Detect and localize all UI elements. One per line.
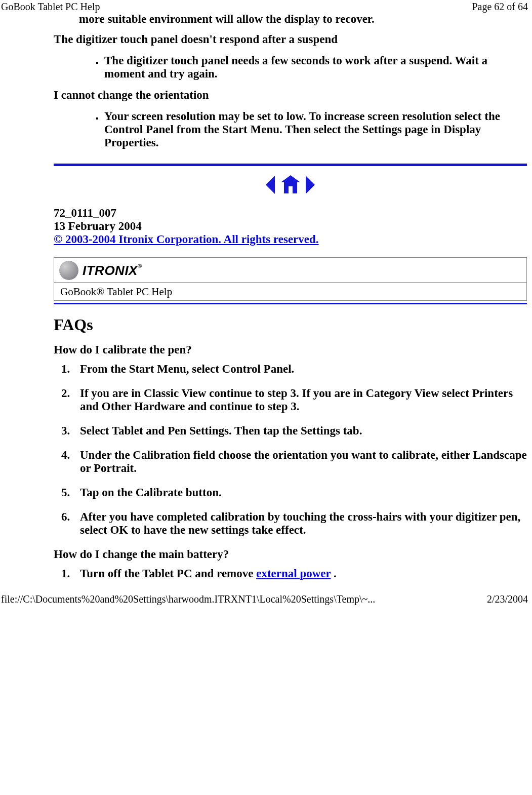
document-id: 72_0111_007 xyxy=(54,207,527,220)
brand-logo-text: ITRONIX® xyxy=(83,263,142,279)
list-item: From the Start Menu, select Control Pane… xyxy=(73,363,527,376)
footer-date: 2/23/2004 xyxy=(487,593,528,605)
header-title: GoBook Tablet PC Help xyxy=(1,1,100,13)
forward-icon[interactable] xyxy=(306,176,315,194)
external-power-link[interactable]: external power xyxy=(256,567,331,580)
faq-q1-steps: From the Start Menu, select Control Pane… xyxy=(54,363,527,537)
digitizer-bullet: The digitizer touch panel needs a few se… xyxy=(103,54,527,81)
digitizer-heading: The digitizer touch panel doesn't respon… xyxy=(54,33,527,46)
faq-q2-steps: Turn off the Tablet PC and remove extern… xyxy=(54,567,527,580)
list-item: Turn off the Tablet PC and remove extern… xyxy=(73,567,527,580)
page-indicator: Page 62 of 64 xyxy=(472,1,528,13)
copyright-link[interactable]: © 2003-2004 Itronix Corporation. All rig… xyxy=(54,233,319,246)
step-text-pre: Turn off the Tablet PC and remove xyxy=(80,567,256,580)
list-item: After you have completed calibration by … xyxy=(73,510,527,537)
continuation-text: more suitable environment will allow the… xyxy=(79,13,527,26)
logo-cell: ITRONIX® xyxy=(54,257,527,282)
back-icon[interactable] xyxy=(266,176,275,194)
faq-title: FAQs xyxy=(54,315,527,334)
footer-path: file://C:\Documents%20and%20Settings\har… xyxy=(1,593,375,605)
step-text-post: . xyxy=(331,567,337,580)
document-date: 13 February 2004 xyxy=(54,220,527,233)
globe-icon xyxy=(59,261,78,280)
nav-bar xyxy=(54,175,527,194)
faq-q2: How do I change the main battery? xyxy=(54,548,527,561)
home-icon[interactable] xyxy=(281,175,300,194)
product-line: GoBook® Tablet PC Help xyxy=(54,282,527,301)
faq-q1: How do I calibrate the pen? xyxy=(54,343,527,356)
divider xyxy=(54,164,527,166)
orientation-bullet: Your screen resolution may be set to low… xyxy=(103,110,527,149)
list-item: If you are in Classic View continue to s… xyxy=(73,387,527,413)
list-item: Tap on the Calibrate button. xyxy=(73,486,527,499)
orientation-heading: I cannot change the orientation xyxy=(54,89,527,102)
list-item: Under the Calibration field choose the o… xyxy=(73,449,527,475)
divider-thin xyxy=(54,303,527,304)
list-item: Select Tablet and Pen Settings. Then tap… xyxy=(73,424,527,438)
